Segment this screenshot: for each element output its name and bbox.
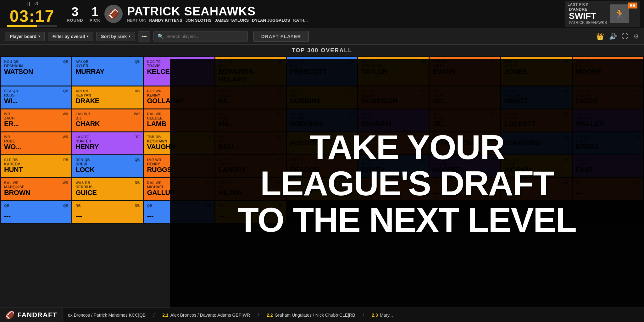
more-options-button[interactable]: ••• xyxy=(138,31,150,42)
next-up-name-4: DYLAN JUGGALOS xyxy=(252,18,290,23)
last-pick-avatar: 🏃 xyxy=(610,4,629,23)
last-pick-team: PATRICK SEAHAWKS xyxy=(569,20,607,25)
main-area: TOP 300 OVERALL HOU QB QB DESHAUN WATSON… xyxy=(0,45,644,308)
crown-icon-button[interactable]: 👑 xyxy=(596,33,604,40)
timer-bar-fill xyxy=(7,25,37,27)
next-up-name-2: JON SLOTHS xyxy=(186,18,212,23)
player-card[interactable]: HOU QB QB DESHAUN WATSON xyxy=(1,57,71,86)
fandraft-logo-text: FANDRAFT xyxy=(17,311,57,319)
fullscreen-icon-button[interactable]: ⛶ xyxy=(622,33,628,40)
search-icon: 🔍 xyxy=(158,33,164,39)
player-grid-section: TOP 300 OVERALL HOU QB QB DESHAUN WATSON… xyxy=(0,45,644,308)
round-number: 3 xyxy=(71,5,78,18)
player-card[interactable]: ARI QB QB KYLER MURRAY xyxy=(72,57,143,86)
toolbar: Player board ▾ Filter by overall ▾ Sort … xyxy=(0,28,644,45)
ticker-item: 2.2 Graham Ungulates / Nick Chubb CLE|RB xyxy=(267,313,355,318)
next-up-row: NEXT UP: RANDY KITTENS JON SLOTHS JAMES … xyxy=(127,18,308,23)
ticker-content: ex Broncos / Patrick Mahomes KCC|QB/2.1 … xyxy=(63,312,398,319)
last-pick-label: LAST PICK xyxy=(568,3,589,6)
filter-label: Filter by overall xyxy=(53,34,85,39)
bottom-ticker: 🏈 FANDRAFT ex Broncos / Patrick Mahomes … xyxy=(0,308,644,322)
timer-section: ⏸ ↺ 03:17 xyxy=(4,0,60,27)
team-section: 🏈 PATRICK SEAHAWKS NEXT UP: RANDY KITTEN… xyxy=(104,5,561,23)
next-up-label: NEXT UP: xyxy=(127,18,146,23)
team-info: PATRICK SEAHAWKS NEXT UP: RANDY KITTENS … xyxy=(127,5,308,23)
player-board-chevron: ▾ xyxy=(38,35,40,38)
sort-by-rank-button[interactable]: Sort by rank ▾ xyxy=(96,32,135,41)
last-pick-box: LAST PICK RB D'ANDRE SWIFT PATRICK SEAHA… xyxy=(565,1,640,27)
ticker-separator: / xyxy=(363,312,364,319)
last-pick-lastname: SWIFT xyxy=(569,12,607,20)
ticker-separator: / xyxy=(153,312,155,319)
overlay-line2: LEAGUE'S DRAFT xyxy=(260,165,553,202)
round-pick: 3 ROUND 1 PICK xyxy=(67,5,101,23)
pause-icon[interactable]: ⏸ xyxy=(26,1,31,7)
grid-title: TOP 300 OVERALL xyxy=(0,45,644,56)
ticker-item: ex Broncos / Patrick Mahomes KCC|QB xyxy=(68,313,146,318)
search-input[interactable] xyxy=(166,34,244,39)
draft-player-button[interactable]: DRAFT PLAYER xyxy=(253,31,309,42)
player-board-label: Player board xyxy=(10,34,36,39)
player-card[interactable]: RB RB --- --- xyxy=(72,201,143,223)
ticker-item: 2.1 Alex Broncos / Davante Adams GBP|WR xyxy=(162,313,250,318)
ticker-logo: 🏈 FANDRAFT xyxy=(0,308,63,322)
pick-label: PICK xyxy=(90,18,101,23)
last-pick-content: D'ANDRE SWIFT PATRICK SEAHAWKS xyxy=(569,7,607,25)
player-card[interactable]: QB QB --- --- xyxy=(1,201,71,223)
pick-block: 1 PICK xyxy=(90,5,101,23)
ticker-item: 2.3 Mary... xyxy=(372,313,393,318)
sort-chevron: ▾ xyxy=(129,35,130,38)
player-card[interactable]: SEA QB QB RUSS WI... xyxy=(1,86,71,108)
draft-overlay: TAKE YOUR LEAGUE'S DRAFT TO THE NEXT LEV… xyxy=(170,59,644,308)
toolbar-icons: 👑 🔊 ⛶ ⚙ xyxy=(596,33,639,40)
player-card[interactable]: CLE RB RB KAREEM HUNT xyxy=(1,155,71,177)
overlay-line1: TAKE YOUR xyxy=(309,129,504,165)
sound-icon-button[interactable]: 🔊 xyxy=(609,33,617,40)
timer-display: 03:17 xyxy=(10,8,55,24)
next-up-name-5: KATH... xyxy=(293,18,308,23)
player-card[interactable]: WR WR ROBE WO... xyxy=(1,132,71,154)
last-pick-position-badge: RB xyxy=(628,3,637,8)
player-board-button[interactable]: Player board ▾ xyxy=(5,32,45,41)
player-card[interactable]: BAL WR WR MARQUISE BROWN xyxy=(1,178,71,200)
sort-label: Sort by rank xyxy=(101,34,127,39)
settings-icon-button[interactable]: ⚙ xyxy=(633,33,639,40)
refresh-icon[interactable]: ↺ xyxy=(34,0,39,7)
player-card[interactable]: JAC WR WR D.J. CHARK xyxy=(72,109,143,131)
timer-bar xyxy=(7,25,57,27)
team-helmet: 🏈 xyxy=(104,5,123,23)
player-card[interactable]: LAC TE TE HUNTER HENRY xyxy=(72,132,143,154)
search-bar[interactable]: 🔍 xyxy=(153,31,248,42)
round-block: 3 ROUND xyxy=(67,5,83,23)
top-bar: ⏸ ↺ 03:17 3 ROUND 1 PICK 🏈 PATRICK SEAHA… xyxy=(0,0,644,28)
ticker-separator: / xyxy=(258,312,259,319)
filter-by-overall-button[interactable]: Filter by overall ▾ xyxy=(48,32,93,41)
next-up-name-3: JAMES TAYLORS xyxy=(215,18,249,23)
player-card[interactable]: WAS RB RB DERRIUS GUICE xyxy=(72,178,143,200)
fandraft-logo-icon: 🏈 xyxy=(5,311,15,319)
player-card[interactable]: DEN QB QB DREW LOCK xyxy=(72,155,143,177)
next-up-name-1: RANDY KITTENS xyxy=(149,18,182,23)
player-card[interactable]: ARI RB RB KENYAN DRAKE xyxy=(72,86,143,108)
round-label: ROUND xyxy=(67,18,83,23)
player-card[interactable]: WR WR ZACH ER... xyxy=(1,109,71,131)
filter-chevron: ▾ xyxy=(87,35,88,38)
pick-number: 1 xyxy=(92,5,98,18)
team-name: PATRICK SEAHAWKS xyxy=(127,5,308,17)
overlay-line3: TO THE NEXT LEVEL xyxy=(238,202,576,238)
